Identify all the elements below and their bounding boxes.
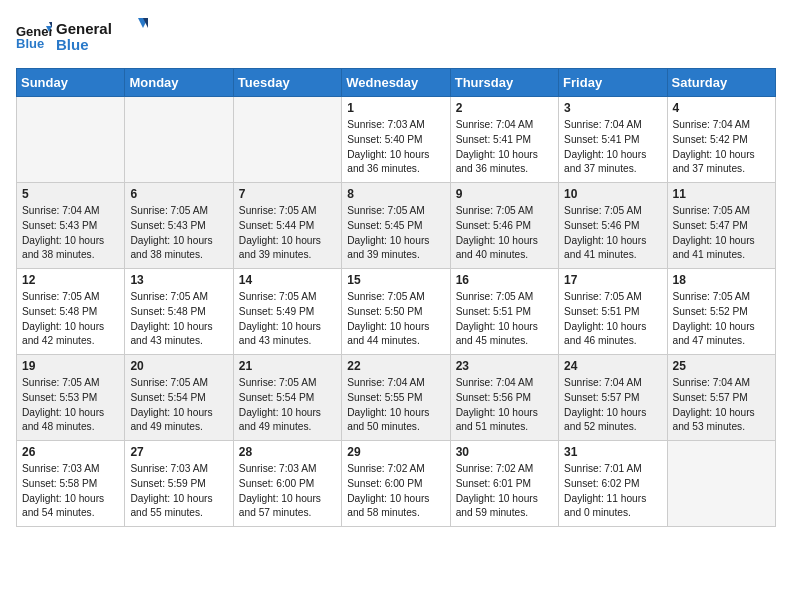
day-number: 30 xyxy=(456,445,553,459)
calendar-day-cell: 17Sunrise: 7:05 AM Sunset: 5:51 PM Dayli… xyxy=(559,269,667,355)
calendar-table: SundayMondayTuesdayWednesdayThursdayFrid… xyxy=(16,68,776,527)
page-header: General Blue General Blue xyxy=(16,16,776,56)
day-info: Sunrise: 7:04 AM Sunset: 5:43 PM Dayligh… xyxy=(22,204,119,263)
day-number: 5 xyxy=(22,187,119,201)
day-info: Sunrise: 7:03 AM Sunset: 6:00 PM Dayligh… xyxy=(239,462,336,521)
day-number: 24 xyxy=(564,359,661,373)
day-info: Sunrise: 7:05 AM Sunset: 5:50 PM Dayligh… xyxy=(347,290,444,349)
weekday-header-saturday: Saturday xyxy=(667,69,775,97)
day-info: Sunrise: 7:03 AM Sunset: 5:40 PM Dayligh… xyxy=(347,118,444,177)
logo: General Blue General Blue xyxy=(16,16,156,56)
day-info: Sunrise: 7:05 AM Sunset: 5:47 PM Dayligh… xyxy=(673,204,770,263)
day-number: 6 xyxy=(130,187,227,201)
day-info: Sunrise: 7:04 AM Sunset: 5:57 PM Dayligh… xyxy=(564,376,661,435)
calendar-day-cell: 19Sunrise: 7:05 AM Sunset: 5:53 PM Dayli… xyxy=(17,355,125,441)
day-info: Sunrise: 7:05 AM Sunset: 5:51 PM Dayligh… xyxy=(456,290,553,349)
svg-text:General: General xyxy=(56,20,112,37)
day-info: Sunrise: 7:05 AM Sunset: 5:46 PM Dayligh… xyxy=(564,204,661,263)
calendar-day-cell: 27Sunrise: 7:03 AM Sunset: 5:59 PM Dayli… xyxy=(125,441,233,527)
day-info: Sunrise: 7:05 AM Sunset: 5:44 PM Dayligh… xyxy=(239,204,336,263)
day-number: 8 xyxy=(347,187,444,201)
calendar-day-cell xyxy=(233,97,341,183)
day-number: 1 xyxy=(347,101,444,115)
calendar-day-cell: 31Sunrise: 7:01 AM Sunset: 6:02 PM Dayli… xyxy=(559,441,667,527)
calendar-day-cell: 30Sunrise: 7:02 AM Sunset: 6:01 PM Dayli… xyxy=(450,441,558,527)
calendar-day-cell: 2Sunrise: 7:04 AM Sunset: 5:41 PM Daylig… xyxy=(450,97,558,183)
calendar-day-cell: 1Sunrise: 7:03 AM Sunset: 5:40 PM Daylig… xyxy=(342,97,450,183)
day-info: Sunrise: 7:05 AM Sunset: 5:46 PM Dayligh… xyxy=(456,204,553,263)
calendar-week-row: 19Sunrise: 7:05 AM Sunset: 5:53 PM Dayli… xyxy=(17,355,776,441)
day-number: 7 xyxy=(239,187,336,201)
day-info: Sunrise: 7:04 AM Sunset: 5:41 PM Dayligh… xyxy=(456,118,553,177)
day-info: Sunrise: 7:05 AM Sunset: 5:43 PM Dayligh… xyxy=(130,204,227,263)
weekday-header-monday: Monday xyxy=(125,69,233,97)
day-info: Sunrise: 7:05 AM Sunset: 5:49 PM Dayligh… xyxy=(239,290,336,349)
weekday-header-sunday: Sunday xyxy=(17,69,125,97)
day-number: 15 xyxy=(347,273,444,287)
day-number: 12 xyxy=(22,273,119,287)
day-number: 4 xyxy=(673,101,770,115)
calendar-day-cell: 5Sunrise: 7:04 AM Sunset: 5:43 PM Daylig… xyxy=(17,183,125,269)
calendar-day-cell: 26Sunrise: 7:03 AM Sunset: 5:58 PM Dayli… xyxy=(17,441,125,527)
day-info: Sunrise: 7:01 AM Sunset: 6:02 PM Dayligh… xyxy=(564,462,661,521)
day-info: Sunrise: 7:02 AM Sunset: 6:00 PM Dayligh… xyxy=(347,462,444,521)
day-number: 22 xyxy=(347,359,444,373)
day-number: 23 xyxy=(456,359,553,373)
weekday-header-friday: Friday xyxy=(559,69,667,97)
calendar-day-cell xyxy=(667,441,775,527)
day-info: Sunrise: 7:05 AM Sunset: 5:51 PM Dayligh… xyxy=(564,290,661,349)
day-info: Sunrise: 7:05 AM Sunset: 5:54 PM Dayligh… xyxy=(130,376,227,435)
calendar-day-cell: 29Sunrise: 7:02 AM Sunset: 6:00 PM Dayli… xyxy=(342,441,450,527)
calendar-day-cell: 21Sunrise: 7:05 AM Sunset: 5:54 PM Dayli… xyxy=(233,355,341,441)
calendar-week-row: 5Sunrise: 7:04 AM Sunset: 5:43 PM Daylig… xyxy=(17,183,776,269)
calendar-day-cell: 14Sunrise: 7:05 AM Sunset: 5:49 PM Dayli… xyxy=(233,269,341,355)
day-number: 20 xyxy=(130,359,227,373)
day-number: 27 xyxy=(130,445,227,459)
day-number: 2 xyxy=(456,101,553,115)
calendar-day-cell: 7Sunrise: 7:05 AM Sunset: 5:44 PM Daylig… xyxy=(233,183,341,269)
day-number: 25 xyxy=(673,359,770,373)
calendar-day-cell: 13Sunrise: 7:05 AM Sunset: 5:48 PM Dayli… xyxy=(125,269,233,355)
day-number: 10 xyxy=(564,187,661,201)
logo-icon: General Blue xyxy=(16,22,52,50)
calendar-day-cell: 25Sunrise: 7:04 AM Sunset: 5:57 PM Dayli… xyxy=(667,355,775,441)
calendar-day-cell: 10Sunrise: 7:05 AM Sunset: 5:46 PM Dayli… xyxy=(559,183,667,269)
day-info: Sunrise: 7:03 AM Sunset: 5:59 PM Dayligh… xyxy=(130,462,227,521)
svg-text:Blue: Blue xyxy=(56,36,89,53)
day-info: Sunrise: 7:05 AM Sunset: 5:54 PM Dayligh… xyxy=(239,376,336,435)
day-number: 21 xyxy=(239,359,336,373)
weekday-header-thursday: Thursday xyxy=(450,69,558,97)
calendar-day-cell xyxy=(125,97,233,183)
calendar-day-cell: 23Sunrise: 7:04 AM Sunset: 5:56 PM Dayli… xyxy=(450,355,558,441)
calendar-day-cell: 6Sunrise: 7:05 AM Sunset: 5:43 PM Daylig… xyxy=(125,183,233,269)
calendar-day-cell: 12Sunrise: 7:05 AM Sunset: 5:48 PM Dayli… xyxy=(17,269,125,355)
day-number: 26 xyxy=(22,445,119,459)
calendar-day-cell: 11Sunrise: 7:05 AM Sunset: 5:47 PM Dayli… xyxy=(667,183,775,269)
day-number: 18 xyxy=(673,273,770,287)
day-number: 29 xyxy=(347,445,444,459)
day-info: Sunrise: 7:05 AM Sunset: 5:53 PM Dayligh… xyxy=(22,376,119,435)
calendar-day-cell: 4Sunrise: 7:04 AM Sunset: 5:42 PM Daylig… xyxy=(667,97,775,183)
day-info: Sunrise: 7:05 AM Sunset: 5:48 PM Dayligh… xyxy=(22,290,119,349)
day-info: Sunrise: 7:02 AM Sunset: 6:01 PM Dayligh… xyxy=(456,462,553,521)
day-info: Sunrise: 7:04 AM Sunset: 5:41 PM Dayligh… xyxy=(564,118,661,177)
logo-graphic: General Blue xyxy=(56,16,156,56)
calendar-day-cell: 3Sunrise: 7:04 AM Sunset: 5:41 PM Daylig… xyxy=(559,97,667,183)
weekday-header-tuesday: Tuesday xyxy=(233,69,341,97)
svg-text:Blue: Blue xyxy=(16,36,44,50)
calendar-day-cell: 9Sunrise: 7:05 AM Sunset: 5:46 PM Daylig… xyxy=(450,183,558,269)
calendar-day-cell: 24Sunrise: 7:04 AM Sunset: 5:57 PM Dayli… xyxy=(559,355,667,441)
calendar-day-cell: 28Sunrise: 7:03 AM Sunset: 6:00 PM Dayli… xyxy=(233,441,341,527)
weekday-header-row: SundayMondayTuesdayWednesdayThursdayFrid… xyxy=(17,69,776,97)
calendar-day-cell: 22Sunrise: 7:04 AM Sunset: 5:55 PM Dayli… xyxy=(342,355,450,441)
calendar-week-row: 1Sunrise: 7:03 AM Sunset: 5:40 PM Daylig… xyxy=(17,97,776,183)
calendar-day-cell: 15Sunrise: 7:05 AM Sunset: 5:50 PM Dayli… xyxy=(342,269,450,355)
day-info: Sunrise: 7:04 AM Sunset: 5:56 PM Dayligh… xyxy=(456,376,553,435)
day-number: 13 xyxy=(130,273,227,287)
day-info: Sunrise: 7:03 AM Sunset: 5:58 PM Dayligh… xyxy=(22,462,119,521)
day-number: 19 xyxy=(22,359,119,373)
day-info: Sunrise: 7:04 AM Sunset: 5:42 PM Dayligh… xyxy=(673,118,770,177)
calendar-day-cell: 18Sunrise: 7:05 AM Sunset: 5:52 PM Dayli… xyxy=(667,269,775,355)
day-number: 17 xyxy=(564,273,661,287)
day-number: 11 xyxy=(673,187,770,201)
